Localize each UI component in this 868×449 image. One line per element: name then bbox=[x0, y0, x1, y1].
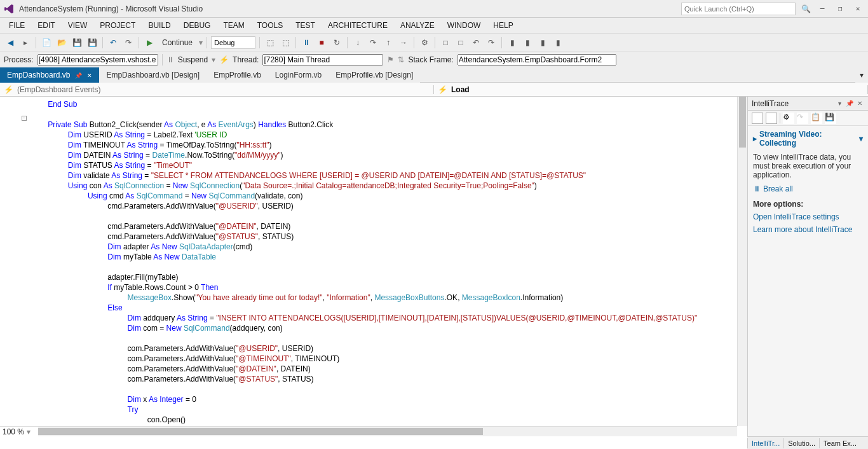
suspend-label[interactable]: Suspend bbox=[178, 55, 208, 64]
config-combo[interactable] bbox=[211, 36, 255, 49]
thread-label: Thread: bbox=[233, 55, 259, 64]
more-options-label: More options: bbox=[753, 200, 863, 209]
stop-icon[interactable]: ■ bbox=[315, 36, 328, 49]
code-content[interactable]: End Sub Private Sub Button2_Click(sender… bbox=[0, 97, 737, 436]
tab-empdashboard-design[interactable]: EmpDashboard.vb [Design] bbox=[99, 67, 207, 83]
menu-view[interactable]: VIEW bbox=[62, 18, 94, 32]
tab-empprofile-design[interactable]: EmpProfile.vb [Design] bbox=[329, 67, 420, 83]
toolbar-icon-e[interactable]: ▮ bbox=[506, 36, 519, 49]
suspend-icon[interactable]: ⏸ bbox=[166, 55, 174, 64]
standard-toolbar: ◀ ▸ 📄 📂 💾 💾 ↶ ↷ ▶ Continue ▾ ⬚ ⬚ ⏸ ■ ↻ ↓… bbox=[0, 33, 868, 51]
intellitrace-toolbar: ⚙ ↷ 📋 💾 bbox=[748, 111, 868, 126]
vertical-scrollbar[interactable] bbox=[737, 97, 747, 426]
play-icon: ▸ bbox=[753, 134, 757, 143]
close-button[interactable]: ✕ bbox=[851, 3, 864, 15]
it-btn-6[interactable]: 💾 bbox=[825, 113, 836, 124]
toolbar-icon-b[interactable]: □ bbox=[454, 36, 467, 49]
nav-back-icon[interactable]: ◀ bbox=[4, 36, 17, 49]
toolbar-icon-c[interactable]: ↶ bbox=[470, 36, 482, 49]
step-over-icon[interactable]: ↷ bbox=[367, 36, 379, 49]
save-all-icon[interactable]: 💾 bbox=[86, 36, 98, 49]
intellitrace-note: To view IntelliTrace data, you must brea… bbox=[753, 153, 863, 179]
tab-intellitrace[interactable]: IntelliTr... bbox=[747, 438, 783, 448]
streaming-status[interactable]: ▸Streaming Video: Collecting▾ bbox=[753, 130, 863, 148]
it-btn-5[interactable]: 📋 bbox=[811, 113, 822, 124]
it-btn-1[interactable] bbox=[752, 113, 763, 124]
pin-icon[interactable]: 📌 bbox=[75, 73, 82, 79]
toolbar-icon-f[interactable]: ▮ bbox=[521, 36, 534, 49]
main-area: − End Sub Private Sub Button2_Click(send… bbox=[0, 97, 868, 436]
break-all-link[interactable]: ⏸Break all bbox=[753, 184, 863, 193]
pause-icon[interactable]: ⏸ bbox=[300, 36, 313, 49]
menu-project[interactable]: PROJECT bbox=[93, 18, 142, 32]
step-into-icon[interactable]: ↓ bbox=[351, 36, 364, 49]
filter-icon[interactable]: ⇅ bbox=[398, 55, 404, 64]
step-icon[interactable]: → bbox=[397, 36, 410, 49]
continue-icon[interactable]: ▶ bbox=[143, 36, 156, 49]
restore-button[interactable]: ❐ bbox=[834, 3, 846, 15]
scrollbar-thumb[interactable] bbox=[38, 428, 483, 435]
code-editor[interactable]: − End Sub Private Sub Button2_Click(send… bbox=[0, 97, 747, 436]
redo-icon[interactable]: ↷ bbox=[122, 36, 135, 49]
save-icon[interactable]: 💾 bbox=[71, 36, 83, 49]
toolbar-icon-a[interactable]: □ bbox=[439, 36, 452, 49]
intellitrace-panel: IntelliTrace ▾ 📌 ✕ ⚙ ↷ 📋 💾 ▸Streaming Vi… bbox=[747, 97, 868, 436]
menu-analyze[interactable]: ANALYZE bbox=[394, 18, 441, 32]
panel-dropdown-icon[interactable]: ▾ bbox=[835, 99, 844, 108]
tab-solution-explorer[interactable]: Solutio... bbox=[783, 438, 819, 448]
tab-loginform-vb[interactable]: LoginForm.vb bbox=[268, 67, 329, 83]
tabs-dropdown-icon[interactable]: ▾ bbox=[855, 67, 868, 83]
menu-architecture[interactable]: ARCHITECTURE bbox=[322, 18, 394, 32]
menu-help[interactable]: HELP bbox=[487, 18, 519, 32]
tab-empprofile-vb[interactable]: EmpProfile.vb bbox=[207, 67, 268, 83]
nav-forward-icon[interactable]: ▸ bbox=[19, 36, 32, 49]
menu-edit[interactable]: EDIT bbox=[31, 18, 61, 32]
hex-icon[interactable]: ⚙ bbox=[418, 36, 431, 49]
it-btn-3[interactable]: ⚙ bbox=[783, 113, 794, 124]
open-file-icon[interactable]: 📂 bbox=[55, 36, 68, 49]
new-project-icon[interactable]: 📄 bbox=[40, 36, 53, 49]
menu-build[interactable]: BUILD bbox=[142, 18, 177, 32]
member-combo[interactable]: ⚡Load bbox=[434, 85, 868, 94]
title-bar: AttendanceSystem (Running) - Microsoft V… bbox=[0, 0, 868, 18]
stack-combo[interactable] bbox=[458, 54, 616, 66]
it-btn-2[interactable] bbox=[766, 113, 777, 124]
flag-icon[interactable]: ⚑ bbox=[387, 55, 394, 64]
zoom-level[interactable]: 100 % ▾ bbox=[0, 426, 38, 436]
menu-team[interactable]: TEAM bbox=[217, 18, 250, 32]
quick-launch-input[interactable] bbox=[681, 3, 796, 15]
menu-bar: FILE EDIT VIEW PROJECT BUILD DEBUG TEAM … bbox=[0, 18, 868, 33]
restart-icon[interactable]: ↻ bbox=[330, 36, 343, 49]
panel-close-icon[interactable]: ✕ bbox=[855, 99, 864, 108]
tab-empdashboard-vb[interactable]: EmpDashboard.vb📌✕ bbox=[0, 67, 99, 83]
toolbar-icon-d[interactable]: ↷ bbox=[485, 36, 498, 49]
toolbar-icon-2[interactable]: ⬚ bbox=[279, 36, 292, 49]
menu-file[interactable]: FILE bbox=[3, 18, 31, 32]
open-settings-link[interactable]: Open IntelliTrace settings bbox=[753, 212, 863, 221]
toolbar-icon-h[interactable]: ▮ bbox=[552, 36, 564, 49]
it-btn-4[interactable]: ↷ bbox=[797, 113, 808, 124]
undo-icon[interactable]: ↶ bbox=[107, 36, 119, 49]
toolbar-icon-g[interactable]: ▮ bbox=[536, 36, 549, 49]
menu-window[interactable]: WINDOW bbox=[441, 18, 487, 32]
continue-label[interactable]: Continue bbox=[158, 38, 196, 47]
class-combo[interactable]: ⚡(EmpDashboard Events) bbox=[0, 85, 434, 94]
horizontal-scrollbar[interactable] bbox=[38, 426, 737, 436]
scrollbar-thumb[interactable] bbox=[739, 97, 746, 148]
menu-debug[interactable]: DEBUG bbox=[177, 18, 217, 32]
document-tabs: EmpDashboard.vb📌✕ EmpDashboard.vb [Desig… bbox=[0, 67, 868, 83]
learn-more-link[interactable]: Learn more about IntelliTrace bbox=[753, 225, 863, 234]
menu-tools[interactable]: TOOLS bbox=[251, 18, 289, 32]
minimize-button[interactable]: ─ bbox=[816, 3, 829, 15]
thread-icon: ⚡ bbox=[219, 55, 229, 64]
process-combo[interactable] bbox=[37, 54, 158, 66]
search-icon[interactable]: 🔍 bbox=[801, 4, 811, 14]
thread-combo[interactable] bbox=[262, 54, 383, 66]
step-out-icon[interactable]: ↑ bbox=[382, 36, 395, 49]
toolbar-icon-1[interactable]: ⬚ bbox=[264, 36, 276, 49]
pause-icon: ⏸ bbox=[753, 184, 761, 193]
tab-team-explorer[interactable]: Team Ex... bbox=[819, 438, 860, 448]
menu-test[interactable]: TEST bbox=[289, 18, 322, 32]
panel-pin-icon[interactable]: 📌 bbox=[845, 99, 854, 108]
tab-close-icon[interactable]: ✕ bbox=[87, 73, 92, 79]
